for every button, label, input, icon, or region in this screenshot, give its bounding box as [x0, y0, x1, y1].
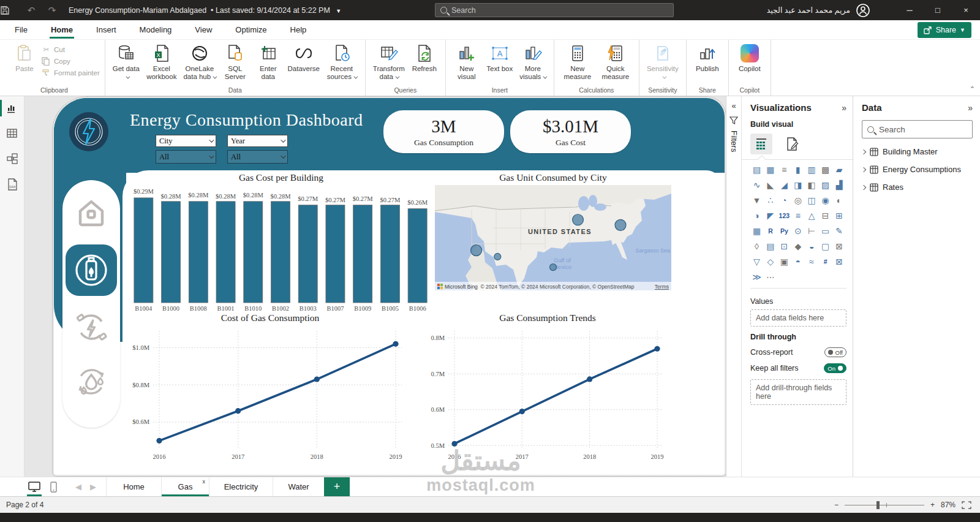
values-field-well[interactable]: Add data fields here [750, 309, 846, 327]
menu-view[interactable]: View [194, 21, 213, 38]
cross-report-toggle[interactable]: Off [824, 347, 847, 357]
table-rates[interactable]: Rates [862, 183, 973, 192]
shape-map-icon[interactable]: ◑ [750, 210, 763, 222]
close-tab-icon[interactable]: x [203, 478, 206, 485]
expand-filters-icon[interactable]: « [731, 101, 736, 110]
close-button[interactable]: × [952, 0, 980, 20]
document-title[interactable]: Energy Consumption-Mariam Abdalgaed • La… [69, 6, 341, 15]
multi-row-card-icon[interactable]: ≡ [791, 210, 804, 222]
fit-to-page-icon[interactable] [962, 501, 971, 509]
format-visual-tab[interactable] [781, 134, 803, 154]
next-page-arrow[interactable]: ▶ [90, 482, 96, 491]
map-bubble-2[interactable] [494, 253, 501, 260]
recent-sources-button[interactable]: Recent sources [323, 42, 360, 81]
refresh-button[interactable]: Refresh [409, 42, 440, 73]
new-visual-button[interactable]: New visual [451, 42, 483, 81]
kpi-gas-consumption[interactable]: 3M Gas Consumption [383, 110, 504, 153]
area-chart-icon[interactable]: ◣ [764, 179, 777, 191]
quick-measure-button[interactable]: Quick measure [597, 42, 634, 81]
us-map-graphic[interactable]: UNITED STATES Gulf of Mexico Sargasso Se… [435, 185, 671, 290]
custom-visual-3-icon[interactable]: ⊠ [833, 255, 846, 268]
card-icon[interactable]: 123 [778, 210, 791, 222]
text-box-button[interactable]: A Text box [484, 42, 516, 73]
desktop-layout-button[interactable] [28, 482, 40, 492]
100-stacked-bar-chart-icon[interactable]: ▥ [805, 164, 818, 176]
transform-data-button[interactable]: Transform data [371, 42, 407, 81]
map-terms-link[interactable]: Terms [655, 284, 669, 290]
waterfall-chart-icon[interactable]: ▟ [833, 179, 846, 191]
table-building-master[interactable]: Building Master [862, 147, 973, 156]
python-visual-icon[interactable]: Py [778, 225, 791, 237]
menu-home[interactable]: Home [50, 21, 74, 38]
add-page-button[interactable]: + [324, 477, 350, 496]
minimize-button[interactable]: ─ [895, 0, 924, 20]
undo-icon[interactable]: ↶ [21, 5, 42, 16]
gauge-icon[interactable]: ◒ [805, 240, 818, 252]
scatter-chart-icon[interactable]: ∴ [764, 194, 777, 206]
matrix-icon[interactable]: ▦ [750, 225, 763, 237]
nav-home-button[interactable] [69, 190, 113, 236]
collapse-data-icon[interactable]: » [968, 103, 973, 113]
dax-query-view-button[interactable]: DAX [0, 178, 24, 191]
smart-narrative-icon[interactable]: ✎ [833, 225, 846, 237]
menu-optimize[interactable]: Optimize [234, 21, 268, 38]
map-bubble-1[interactable] [471, 245, 482, 256]
funnel-chart-icon[interactable]: ▼ [750, 194, 763, 206]
more-visuals-ellipsis-icon[interactable]: ⋯ [764, 271, 777, 283]
r-script-visual-icon[interactable]: R [764, 225, 777, 237]
chevron-right-icon[interactable] [861, 149, 866, 154]
search-input[interactable] [451, 6, 654, 15]
report-page[interactable]: Energy Consumption Dashboard City All Ye… [54, 98, 725, 475]
arcgis-map-icon[interactable]: ◆ [791, 240, 804, 252]
page-tab-home[interactable]: Home [106, 477, 161, 496]
zoom-out-button[interactable]: − [834, 501, 839, 509]
keep-all-filters-toggle[interactable]: On [824, 363, 846, 373]
page-tab-electricity[interactable]: Electricity [209, 477, 273, 496]
menu-insert[interactable]: Insert [95, 21, 118, 38]
copilot-button[interactable]: Copilot [734, 42, 766, 73]
data-search-input[interactable] [879, 125, 965, 134]
model-view-button[interactable] [0, 153, 24, 165]
100-stacked-column-chart-icon[interactable]: ▩ [819, 164, 832, 176]
kpi-gas-cost[interactable]: $3.01M Gas Cost [510, 110, 631, 153]
filters-pane-title[interactable]: Filters [729, 130, 739, 152]
line-chart-cost-of-gas-consumption[interactable]: Cost of Gas Consumption 2016201720182019… [124, 312, 417, 463]
combo-chart-icon[interactable]: ▨ [819, 179, 832, 191]
bar-chart-gas-cost-per-building[interactable]: Gas Cost per Building $0.29MB1004$0.28MB… [127, 172, 435, 313]
stacked-column-chart-icon[interactable]: ▦ [764, 164, 777, 176]
zoom-in-button[interactable]: + [930, 501, 935, 509]
map-bubble-3[interactable] [550, 264, 557, 271]
city-slicer-value[interactable]: All [156, 150, 216, 164]
publish-button[interactable]: Publish [692, 42, 723, 73]
build-visual-tab[interactable] [750, 134, 772, 154]
line-chart-icon[interactable]: ∿ [750, 179, 763, 191]
nav-water-button[interactable] [69, 358, 113, 405]
sql-server-button[interactable]: SQL Server [219, 42, 251, 81]
nav-gas-button[interactable] [66, 244, 117, 296]
table-icon[interactable]: ⊞ [833, 210, 846, 222]
qa-visual-icon[interactable]: ▭ [819, 225, 832, 237]
report-view-button[interactable] [0, 102, 24, 114]
table-view-button[interactable] [0, 127, 24, 139]
kpi-icon[interactable]: △ [805, 210, 818, 222]
ribbon-chart-icon[interactable]: ▰ [833, 164, 846, 176]
table-energy-consumptions[interactable]: Energy Consumptions [862, 165, 973, 174]
clustered-bar-chart-icon[interactable]: ≡ [778, 164, 791, 176]
menu-file[interactable]: File [13, 21, 29, 38]
shape-visual-icon[interactable]: ◇ [764, 255, 777, 268]
copy-button[interactable]: Copy [42, 57, 100, 66]
treemap-icon[interactable]: ◫ [805, 194, 818, 206]
clustered-column-chart-icon[interactable]: ▮ [791, 164, 804, 176]
new-card-icon[interactable]: ▢ [819, 240, 832, 252]
get-data-button[interactable]: Get data [110, 42, 142, 81]
year-slicer-value[interactable]: All [227, 150, 288, 164]
map-bubble-4[interactable] [573, 214, 584, 225]
cut-button[interactable]: ✂Cut [42, 45, 100, 54]
page-tab-gas[interactable]: Gasx [161, 477, 209, 496]
nav-electricity-button[interactable] [69, 304, 113, 350]
power-automate-icon[interactable]: ≫ [750, 271, 763, 283]
image-visual-icon[interactable]: ▣ [778, 255, 791, 268]
account-area[interactable]: مريم محمد احمد عبد الجيد [767, 0, 870, 20]
stacked-area-chart-icon[interactable]: ◢ [778, 179, 791, 191]
stacked-bar-chart-icon[interactable]: ▤ [750, 164, 763, 176]
